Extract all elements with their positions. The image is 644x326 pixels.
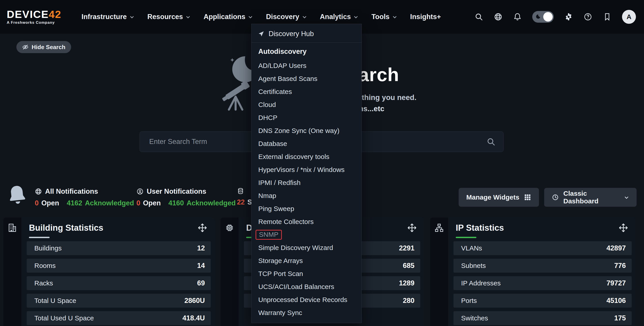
brand-42: 42 <box>49 8 61 20</box>
table-row: IP Addresses79727 <box>454 276 632 290</box>
widget-title: IP Statistics <box>456 223 504 233</box>
chevron-down-icon <box>302 15 307 20</box>
menu-item-ping-sweep[interactable]: Ping Sweep <box>252 202 362 215</box>
brand-tagline: A Freshworks Company <box>7 20 61 25</box>
menu-item-discovery-hub[interactable]: Discovery Hub <box>252 26 362 42</box>
menu-item-warranty-sync[interactable]: Warranty Sync <box>252 306 362 319</box>
move-icon[interactable] <box>619 223 628 233</box>
chevron-down-icon <box>624 195 629 200</box>
nav-item-resources[interactable]: Resources <box>148 13 191 21</box>
menu-item-remote-collectors[interactable]: Remote Collectors <box>252 215 362 228</box>
menu-item-hypervisors-nix-windows[interactable]: HyperVisors / *nix / Windows <box>252 163 362 176</box>
menu-item-ucs-aci-load-balancers[interactable]: UCS/ACI/Load Balancers <box>252 280 362 293</box>
moon-icon <box>535 14 541 20</box>
network-sitemap-icon <box>434 223 444 233</box>
table-row: Rooms14 <box>27 259 211 273</box>
menu-item-unprocessed-device-records[interactable]: Unprocessed Device Records <box>252 293 362 306</box>
menu-item-external-discovery-tools[interactable]: External discovery tools <box>252 150 362 163</box>
menu-divider <box>252 42 362 43</box>
chevron-down-icon <box>130 15 134 20</box>
nav-item-infrastructure[interactable]: Infrastructure <box>82 13 134 21</box>
open-count: 0 <box>136 199 140 207</box>
menu-item-tcp-port-scan[interactable]: TCP Port Scan <box>252 267 362 280</box>
acknowledged-label: Acknowledged <box>186 199 236 207</box>
device42-logo[interactable]: DEVICE42 A Freshworks Company <box>7 9 61 25</box>
dashboard-selector[interactable]: Classic Dashboard <box>544 188 636 207</box>
database-icon <box>237 187 244 195</box>
chevron-down-icon <box>354 15 358 20</box>
nav-item-analytics[interactable]: Analytics <box>320 13 358 21</box>
nav-item-applications[interactable]: Applications <box>204 13 253 21</box>
table-row: Buildings12 <box>27 241 211 255</box>
search-submit-icon[interactable] <box>486 137 496 146</box>
user-avatar[interactable]: A <box>622 10 636 24</box>
menu-item-cloud[interactable]: Cloud <box>252 98 362 111</box>
table-row: Total Used U Space418.4U <box>27 311 211 325</box>
menu-section-autodiscovery: Autodiscovery <box>252 45 362 59</box>
bell-icon[interactable] <box>513 12 522 21</box>
bookmark-icon[interactable] <box>603 12 612 21</box>
menu-item-dns-zone-sync[interactable]: DNS Zone Sync (One way) <box>252 124 362 137</box>
menu-item-adldap-users[interactable]: AD/LDAP Users <box>252 59 362 72</box>
discovery-hub-icon <box>258 30 264 37</box>
partial-count: 22 <box>237 198 244 206</box>
open-count: 0 <box>35 199 38 207</box>
notifications-bell-icon <box>5 182 29 206</box>
brand-wordmark: DEVICE42 <box>7 9 61 19</box>
chevron-down-icon <box>248 15 253 20</box>
menu-item-ipmi-redfish[interactable]: IPMI / Redfish <box>252 176 362 189</box>
snmp-highlight-box: SNMP <box>256 230 282 240</box>
all-notifications-title: All Notifications <box>45 187 98 196</box>
menu-item-storage-arrays[interactable]: Storage Arrays <box>252 254 362 267</box>
menu-item-agent-based-scans[interactable]: Agent Based Scans <box>252 72 362 85</box>
partial-notifications-summary: 22 S <box>237 187 252 206</box>
globe-icon <box>35 188 42 195</box>
table-row: Ports45106 <box>454 294 632 308</box>
globe-icon[interactable] <box>494 12 503 21</box>
move-icon[interactable] <box>407 223 417 233</box>
menu-item-certificates[interactable]: Certificates <box>252 85 362 98</box>
chevron-down-icon <box>186 15 190 20</box>
acknowledged-count: 4162 <box>67 199 82 207</box>
menu-item-snmp[interactable]: SNMP <box>252 228 362 241</box>
open-label: Open <box>143 199 161 207</box>
table-row: VLANs42897 <box>454 241 632 255</box>
brand-device: DEVICE <box>7 8 49 20</box>
eye-off-icon <box>22 44 28 50</box>
manage-widgets-button[interactable]: Manage Widgets <box>459 188 539 207</box>
widget-ip-statistics: IP Statistics VLANs42897 Subnets776 IP A… <box>430 218 636 326</box>
chip-icon <box>224 223 234 233</box>
chevron-down-icon <box>392 15 397 20</box>
nav-utilities: A <box>474 10 636 24</box>
menu-item-database[interactable]: Database <box>252 137 362 150</box>
menu-item-dhcp[interactable]: DHCP <box>252 111 362 124</box>
menu-item-simple-discovery-wizard[interactable]: Simple Discovery Wizard <box>252 241 362 254</box>
user-notifications-title: User Notifications <box>147 187 206 196</box>
table-row: Switches175 <box>454 311 632 325</box>
device42-dashboard: DEVICE42 A Freshworks Company Infrastruc… <box>0 0 644 326</box>
nav-item-discovery[interactable]: Discovery <box>266 13 307 21</box>
table-row: Total U Space2860U <box>27 294 211 308</box>
building-icon <box>8 223 17 233</box>
user-circle-icon <box>136 188 144 195</box>
main-menu: Infrastructure Resources Applications Di… <box>82 13 441 21</box>
gear-icon[interactable] <box>564 12 573 21</box>
user-notifications-summary: User Notifications 0 Open 4160 Acknowled… <box>136 187 236 207</box>
menu-item-nmap[interactable]: Nmap <box>252 189 362 202</box>
search-icon[interactable] <box>474 12 483 21</box>
all-notifications-summary: All Notifications 0 Open 4162 Acknowledg… <box>35 187 134 207</box>
nav-item-tools[interactable]: Tools <box>371 13 397 21</box>
table-row: Racks69 <box>27 276 211 290</box>
move-icon[interactable] <box>198 223 207 233</box>
help-icon[interactable] <box>584 12 592 21</box>
theme-toggle[interactable] <box>532 11 554 23</box>
clock-icon <box>552 194 559 201</box>
open-label: Open <box>41 199 59 207</box>
widget-building-statistics: Building Statistics Buildings12 Rooms14 … <box>3 218 215 326</box>
grid-icon <box>524 194 531 201</box>
widget-title: Building Statistics <box>29 223 103 233</box>
toggle-knob <box>543 12 553 21</box>
table-row: Subnets776 <box>454 259 632 273</box>
hide-search-button[interactable]: Hide Search <box>16 41 71 53</box>
nav-item-insights[interactable]: Insights+ <box>410 13 441 21</box>
